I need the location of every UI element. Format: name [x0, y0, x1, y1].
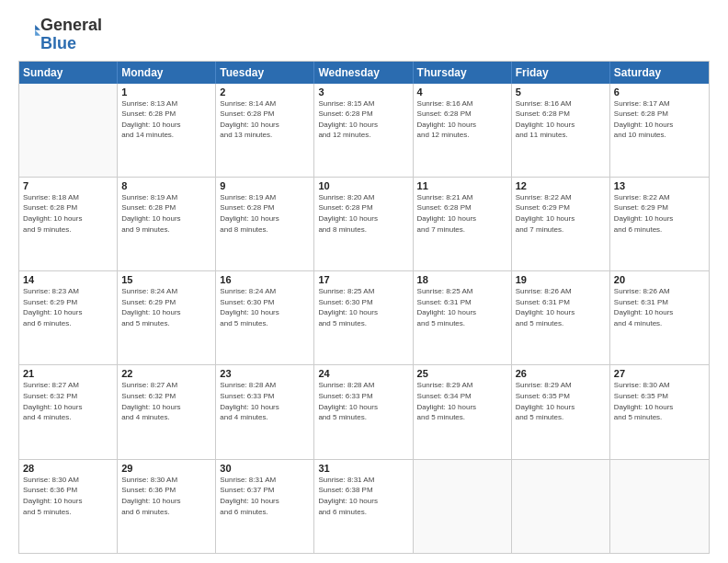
day-number: 5 — [516, 86, 606, 98]
day-number: 27 — [614, 368, 705, 379]
empty-cell-4-6 — [610, 460, 709, 553]
day-number: 7 — [23, 180, 113, 191]
day-info: Sunrise: 8:30 AMSunset: 6:35 PMDaylight:… — [614, 380, 705, 422]
day-cell-22: 22Sunrise: 8:27 AMSunset: 6:32 PMDayligh… — [118, 365, 216, 458]
calendar: SundayMondayTuesdayWednesdayThursdayFrid… — [18, 61, 710, 554]
day-number: 4 — [417, 86, 507, 98]
day-cell-7: 7Sunrise: 8:18 AMSunset: 6:28 PMDaylight… — [19, 178, 118, 270]
calendar-row-0: 1Sunrise: 8:13 AMSunset: 6:28 PMDaylight… — [19, 84, 709, 178]
day-info: Sunrise: 8:26 AMSunset: 6:31 PMDaylight:… — [614, 286, 705, 328]
day-info: Sunrise: 8:29 AMSunset: 6:34 PMDaylight:… — [417, 380, 507, 422]
calendar-row-3: 21Sunrise: 8:27 AMSunset: 6:32 PMDayligh… — [19, 365, 709, 459]
day-cell-8: 8Sunrise: 8:19 AMSunset: 6:28 PMDaylight… — [118, 178, 216, 270]
day-number: 15 — [121, 274, 211, 285]
day-info: Sunrise: 8:28 AMSunset: 6:33 PMDaylight:… — [318, 380, 408, 422]
day-number: 29 — [121, 463, 211, 474]
day-cell-17: 17Sunrise: 8:25 AMSunset: 6:30 PMDayligh… — [314, 271, 413, 364]
day-number: 2 — [220, 86, 310, 98]
weekday-header-sunday: Sunday — [19, 62, 118, 84]
day-info: Sunrise: 8:28 AMSunset: 6:33 PMDaylight:… — [220, 380, 310, 422]
weekday-header-saturday: Saturday — [610, 62, 709, 84]
empty-cell-0-0 — [19, 84, 118, 177]
day-info: Sunrise: 8:31 AMSunset: 6:38 PMDaylight:… — [318, 475, 408, 517]
day-number: 25 — [417, 368, 507, 379]
day-cell-23: 23Sunrise: 8:28 AMSunset: 6:33 PMDayligh… — [216, 365, 314, 458]
logo-text: General Blue — [40, 17, 102, 53]
logo: General Blue — [18, 17, 102, 53]
day-number: 9 — [220, 180, 310, 191]
logo-icon — [20, 22, 40, 42]
day-info: Sunrise: 8:15 AMSunset: 6:28 PMDaylight:… — [318, 98, 408, 141]
day-number: 10 — [318, 180, 408, 191]
day-cell-18: 18Sunrise: 8:25 AMSunset: 6:31 PMDayligh… — [414, 271, 512, 364]
logo-blue: Blue — [40, 34, 76, 52]
day-number: 31 — [318, 463, 408, 474]
day-cell-21: 21Sunrise: 8:27 AMSunset: 6:32 PMDayligh… — [19, 365, 118, 458]
day-number: 20 — [614, 274, 705, 285]
day-info: Sunrise: 8:29 AMSunset: 6:35 PMDaylight:… — [516, 380, 606, 422]
day-number: 6 — [614, 86, 705, 98]
calendar-row-4: 28Sunrise: 8:30 AMSunset: 6:36 PMDayligh… — [19, 460, 709, 553]
day-number: 1 — [121, 86, 211, 98]
day-info: Sunrise: 8:19 AMSunset: 6:28 PMDaylight:… — [220, 192, 310, 235]
page: General Blue SundayMondayTuesdayWednesda… — [0, 0, 728, 563]
day-number: 30 — [220, 463, 310, 474]
day-number: 24 — [318, 368, 408, 379]
day-info: Sunrise: 8:23 AMSunset: 6:29 PMDaylight:… — [23, 286, 113, 328]
day-number: 19 — [516, 274, 606, 285]
day-info: Sunrise: 8:26 AMSunset: 6:31 PMDaylight:… — [516, 286, 606, 328]
day-cell-27: 27Sunrise: 8:30 AMSunset: 6:35 PMDayligh… — [610, 365, 709, 458]
day-cell-19: 19Sunrise: 8:26 AMSunset: 6:31 PMDayligh… — [512, 271, 610, 364]
day-number: 28 — [23, 463, 113, 474]
day-number: 21 — [23, 368, 113, 379]
day-number: 18 — [417, 274, 507, 285]
calendar-body: 1Sunrise: 8:13 AMSunset: 6:28 PMDaylight… — [19, 84, 709, 553]
day-info: Sunrise: 8:24 AMSunset: 6:30 PMDaylight:… — [220, 286, 310, 328]
day-cell-14: 14Sunrise: 8:23 AMSunset: 6:29 PMDayligh… — [19, 271, 118, 364]
day-info: Sunrise: 8:13 AMSunset: 6:28 PMDaylight:… — [121, 98, 211, 141]
day-number: 13 — [614, 180, 705, 191]
day-cell-20: 20Sunrise: 8:26 AMSunset: 6:31 PMDayligh… — [610, 271, 709, 364]
day-cell-2: 2Sunrise: 8:14 AMSunset: 6:28 PMDaylight… — [216, 84, 314, 177]
day-cell-24: 24Sunrise: 8:28 AMSunset: 6:33 PMDayligh… — [314, 365, 413, 458]
weekday-header-tuesday: Tuesday — [216, 62, 314, 84]
empty-cell-4-4 — [414, 460, 512, 553]
day-cell-10: 10Sunrise: 8:20 AMSunset: 6:28 PMDayligh… — [314, 178, 413, 270]
day-number: 14 — [23, 274, 113, 285]
day-cell-25: 25Sunrise: 8:29 AMSunset: 6:34 PMDayligh… — [414, 365, 512, 458]
day-cell-15: 15Sunrise: 8:24 AMSunset: 6:29 PMDayligh… — [118, 271, 216, 364]
day-info: Sunrise: 8:30 AMSunset: 6:36 PMDaylight:… — [23, 475, 113, 517]
day-cell-3: 3Sunrise: 8:15 AMSunset: 6:28 PMDaylight… — [314, 84, 413, 177]
day-cell-13: 13Sunrise: 8:22 AMSunset: 6:29 PMDayligh… — [610, 178, 709, 270]
calendar-row-2: 14Sunrise: 8:23 AMSunset: 6:29 PMDayligh… — [19, 271, 709, 365]
weekday-header-thursday: Thursday — [414, 62, 512, 84]
day-cell-31: 31Sunrise: 8:31 AMSunset: 6:38 PMDayligh… — [314, 460, 413, 553]
header: General Blue — [18, 17, 710, 53]
day-cell-9: 9Sunrise: 8:19 AMSunset: 6:28 PMDaylight… — [216, 178, 314, 270]
day-info: Sunrise: 8:21 AMSunset: 6:28 PMDaylight:… — [417, 192, 507, 235]
day-number: 23 — [220, 368, 310, 379]
day-cell-12: 12Sunrise: 8:22 AMSunset: 6:29 PMDayligh… — [512, 178, 610, 270]
day-info: Sunrise: 8:30 AMSunset: 6:36 PMDaylight:… — [121, 475, 211, 517]
day-cell-28: 28Sunrise: 8:30 AMSunset: 6:36 PMDayligh… — [19, 460, 118, 553]
day-info: Sunrise: 8:27 AMSunset: 6:32 PMDaylight:… — [23, 380, 113, 422]
day-cell-26: 26Sunrise: 8:29 AMSunset: 6:35 PMDayligh… — [512, 365, 610, 458]
day-info: Sunrise: 8:22 AMSunset: 6:29 PMDaylight:… — [614, 192, 705, 235]
day-cell-30: 30Sunrise: 8:31 AMSunset: 6:37 PMDayligh… — [216, 460, 314, 553]
day-info: Sunrise: 8:22 AMSunset: 6:29 PMDaylight:… — [516, 192, 606, 235]
day-number: 12 — [516, 180, 606, 191]
day-number: 8 — [121, 180, 211, 191]
weekday-header-monday: Monday — [118, 62, 216, 84]
day-number: 17 — [318, 274, 408, 285]
empty-cell-4-5 — [512, 460, 610, 553]
day-cell-11: 11Sunrise: 8:21 AMSunset: 6:28 PMDayligh… — [414, 178, 512, 270]
day-number: 3 — [318, 86, 408, 98]
day-number: 16 — [220, 274, 310, 285]
calendar-row-1: 7Sunrise: 8:18 AMSunset: 6:28 PMDaylight… — [19, 178, 709, 271]
day-info: Sunrise: 8:20 AMSunset: 6:28 PMDaylight:… — [318, 192, 408, 235]
day-info: Sunrise: 8:25 AMSunset: 6:30 PMDaylight:… — [318, 286, 408, 328]
day-info: Sunrise: 8:16 AMSunset: 6:28 PMDaylight:… — [417, 98, 507, 141]
day-info: Sunrise: 8:25 AMSunset: 6:31 PMDaylight:… — [417, 286, 507, 328]
day-info: Sunrise: 8:27 AMSunset: 6:32 PMDaylight:… — [121, 380, 211, 422]
logo-general: General — [40, 16, 102, 34]
